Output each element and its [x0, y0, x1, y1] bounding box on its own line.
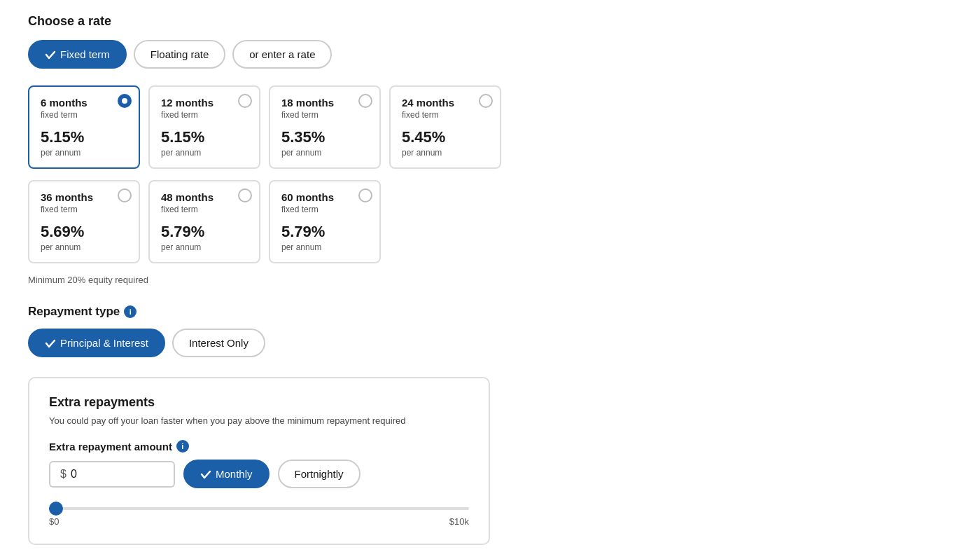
extra-amount-label: Extra repayment amount i	[49, 440, 469, 453]
monthly-button[interactable]: Monthly	[183, 460, 270, 488]
radio-60months	[358, 188, 372, 202]
extra-repayments-card: Extra repayments You could pay off your …	[28, 377, 490, 545]
rate-card-12months[interactable]: 12 months fixed term 5.15% per annum	[148, 85, 260, 169]
extra-repayments-description: You could pay off your loan faster when …	[49, 415, 469, 426]
rate-card-6months[interactable]: 6 months fixed term 5.15% per annum	[28, 85, 140, 169]
repayment-type-buttons: Principal & Interest Interest Only	[28, 329, 952, 357]
fixed-term-button[interactable]: Fixed term	[28, 40, 127, 69]
radio-36months	[118, 188, 132, 202]
radio-18months	[358, 94, 372, 108]
rate-card-18months-label: fixed term	[281, 110, 368, 120]
principal-check-icon	[45, 338, 56, 349]
monthly-label: Monthly	[216, 468, 253, 480]
floating-rate-button[interactable]: Floating rate	[134, 40, 225, 69]
rate-card-48months[interactable]: 48 months fixed term 5.79% per annum	[148, 180, 260, 263]
rate-card-18months-rate: 5.35%	[281, 128, 368, 146]
rate-card-24months[interactable]: 24 months fixed term 5.45% per annum	[389, 85, 501, 169]
rate-card-24months-perannum: per annum	[402, 148, 489, 158]
rate-card-6months-months: 6 months	[41, 97, 127, 109]
slider-max-label: $10k	[449, 516, 469, 527]
extra-amount-label-text: Extra repayment amount	[49, 441, 172, 453]
rate-card-18months-months: 18 months	[281, 97, 368, 109]
rate-card-36months-rate: 5.69%	[41, 223, 127, 241]
slider-min-label: $0	[49, 516, 59, 527]
extra-controls: $ Monthly Fortnightly	[49, 460, 469, 488]
rate-card-60months-rate: 5.79%	[281, 223, 368, 241]
floating-rate-label: Floating rate	[150, 48, 209, 60]
interest-only-label: Interest Only	[189, 337, 248, 349]
rate-cards-row2: 36 months fixed term 5.69% per annum 48 …	[28, 180, 952, 263]
principal-interest-label: Principal & Interest	[60, 337, 148, 349]
equity-note: Minimum 20% equity required	[28, 275, 952, 285]
rate-card-36months-perannum: per annum	[41, 242, 127, 252]
rate-card-24months-rate: 5.45%	[402, 128, 489, 146]
repayment-info-icon[interactable]: i	[124, 305, 136, 318]
interest-only-button[interactable]: Interest Only	[172, 329, 265, 357]
extra-amount-input-wrap: $	[49, 461, 175, 488]
dollar-prefix: $	[60, 468, 66, 481]
rate-card-60months-label: fixed term	[281, 205, 368, 214]
repayment-type-section: Repayment type i Principal & Interest In…	[28, 305, 952, 357]
rate-card-6months-perannum: per annum	[41, 148, 127, 158]
rate-card-12months-label: fixed term	[161, 110, 248, 120]
extra-amount-slider-wrap	[49, 501, 469, 512]
monthly-check-icon	[200, 469, 211, 480]
rate-card-48months-perannum: per annum	[161, 242, 248, 252]
rate-card-24months-months: 24 months	[402, 97, 489, 109]
rate-card-48months-months: 48 months	[161, 191, 248, 203]
rate-card-36months-months: 36 months	[41, 191, 127, 203]
choose-rate-section: Choose a rate Fixed term Floating rate o…	[28, 14, 952, 545]
repayment-type-label: Repayment type	[28, 305, 120, 319]
rate-card-12months-months: 12 months	[161, 97, 248, 109]
radio-48months	[238, 188, 252, 202]
rate-card-6months-rate: 5.15%	[41, 128, 127, 146]
radio-12months	[238, 94, 252, 108]
choose-rate-title: Choose a rate	[28, 14, 952, 29]
rate-card-12months-rate: 5.15%	[161, 128, 248, 146]
rate-card-60months[interactable]: 60 months fixed term 5.79% per annum	[269, 180, 381, 263]
extra-repayments-title: Extra repayments	[49, 395, 469, 410]
fortnightly-button[interactable]: Fortnightly	[278, 460, 360, 488]
repayment-type-title: Repayment type i	[28, 305, 952, 319]
rate-card-18months[interactable]: 18 months fixed term 5.35% per annum	[269, 85, 381, 169]
enter-rate-label: or enter a rate	[249, 48, 315, 60]
fortnightly-label: Fortnightly	[295, 468, 344, 480]
principal-interest-button[interactable]: Principal & Interest	[28, 329, 165, 357]
rate-cards-row1: 6 months fixed term 5.15% per annum 12 m…	[28, 85, 952, 169]
check-icon	[45, 49, 56, 60]
rate-card-24months-label: fixed term	[402, 110, 489, 120]
extra-amount-slider[interactable]	[49, 507, 469, 510]
rate-card-48months-rate: 5.79%	[161, 223, 248, 241]
rate-card-36months[interactable]: 36 months fixed term 5.69% per annum	[28, 180, 140, 263]
rate-card-36months-label: fixed term	[41, 205, 127, 214]
rate-card-12months-perannum: per annum	[161, 148, 248, 158]
rate-card-48months-label: fixed term	[161, 205, 248, 214]
rate-card-18months-perannum: per annum	[281, 148, 368, 158]
slider-labels: $0 $10k	[49, 516, 469, 527]
radio-6months	[118, 94, 132, 108]
rate-type-buttons: Fixed term Floating rate or enter a rate	[28, 40, 952, 69]
rate-card-60months-perannum: per annum	[281, 242, 368, 252]
enter-rate-button[interactable]: or enter a rate	[232, 40, 332, 69]
extra-amount-info-icon[interactable]: i	[176, 440, 189, 453]
rate-card-6months-label: fixed term	[41, 110, 127, 120]
rate-card-60months-months: 60 months	[281, 191, 368, 203]
radio-24months	[479, 94, 493, 108]
fixed-term-label: Fixed term	[60, 48, 110, 60]
extra-amount-input[interactable]	[71, 468, 164, 481]
